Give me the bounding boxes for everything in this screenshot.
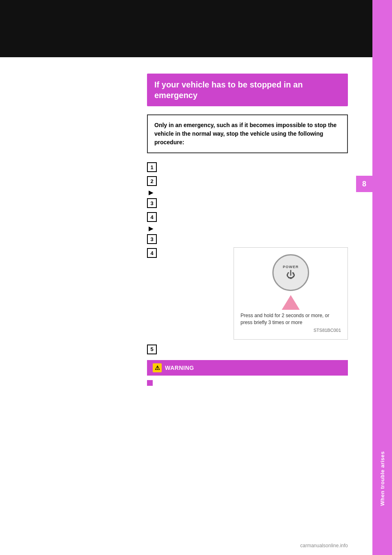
step-2-row: 2 bbox=[147, 175, 348, 186]
section-title-box: If your vehicle has to be stopped in an … bbox=[147, 74, 348, 106]
step-4-number: 4 bbox=[147, 212, 157, 222]
arrow-1: ▶ bbox=[149, 189, 153, 196]
intro-text: Only in an emergency, such as if it beco… bbox=[154, 121, 341, 147]
step-3-row: 3 bbox=[147, 197, 348, 208]
image-code: STS81BC001 bbox=[241, 328, 341, 333]
left-margin bbox=[0, 0, 65, 555]
step-3-number: 3 bbox=[147, 198, 157, 208]
power-button-image: POWER ⏻ Press and hold for 2 seconds or … bbox=[234, 247, 348, 340]
warning-label: WARNING bbox=[165, 365, 194, 371]
section-number-badge: 8 bbox=[356, 176, 372, 192]
step-1-number: 1 bbox=[147, 162, 157, 172]
step-4b-left: 4 bbox=[147, 247, 225, 340]
right-sidebar: 8 When trouble arises bbox=[372, 0, 392, 555]
main-content: If your vehicle has to be stopped in an … bbox=[65, 0, 372, 555]
warning-banner: ⚠ WARNING bbox=[147, 360, 348, 376]
power-label: POWER bbox=[283, 265, 298, 269]
step-4b-area: 4 POWER ⏻ Press and hold for 2 seconds o… bbox=[147, 247, 348, 340]
step-1-row: 1 bbox=[147, 161, 348, 172]
step-4b-number: 4 bbox=[147, 248, 157, 258]
power-symbol: ⏻ bbox=[286, 270, 295, 280]
step-5-number: 5 bbox=[147, 345, 157, 354]
arrow-row-2: ▶ bbox=[147, 225, 348, 232]
intro-warning-box: Only in an emergency, such as if it beco… bbox=[147, 114, 348, 153]
arrow-row-1: ▶ bbox=[147, 189, 348, 196]
step-2-number: 2 bbox=[147, 176, 157, 186]
steps-container: 1 2 ▶ 3 4 ▶ bbox=[147, 161, 348, 354]
power-button-circle: POWER ⏻ bbox=[272, 254, 309, 291]
sidebar-label: When trouble arises bbox=[379, 451, 385, 506]
arrow-2: ▶ bbox=[149, 225, 153, 232]
step-5-row: 5 bbox=[147, 344, 348, 354]
bullet-square bbox=[147, 380, 153, 386]
warning-section: ⚠ WARNING bbox=[147, 360, 348, 386]
step-3b-number: 3 bbox=[147, 234, 157, 244]
section-title: If your vehicle has to be stopped in an … bbox=[154, 79, 341, 101]
warning-content-area bbox=[147, 379, 348, 386]
step-4-row: 4 bbox=[147, 211, 348, 222]
warning-triangle-icon: ⚠ bbox=[153, 363, 162, 372]
image-caption: Press and hold for 2 seconds or more, or… bbox=[241, 312, 341, 326]
website-logo: carmanualsonline.info bbox=[300, 543, 348, 548]
step-4b-row: 4 bbox=[147, 247, 225, 258]
step-3b-row: 3 bbox=[147, 233, 348, 244]
page-container: If your vehicle has to be stopped in an … bbox=[0, 0, 392, 555]
arrow-up-pink bbox=[282, 295, 300, 310]
